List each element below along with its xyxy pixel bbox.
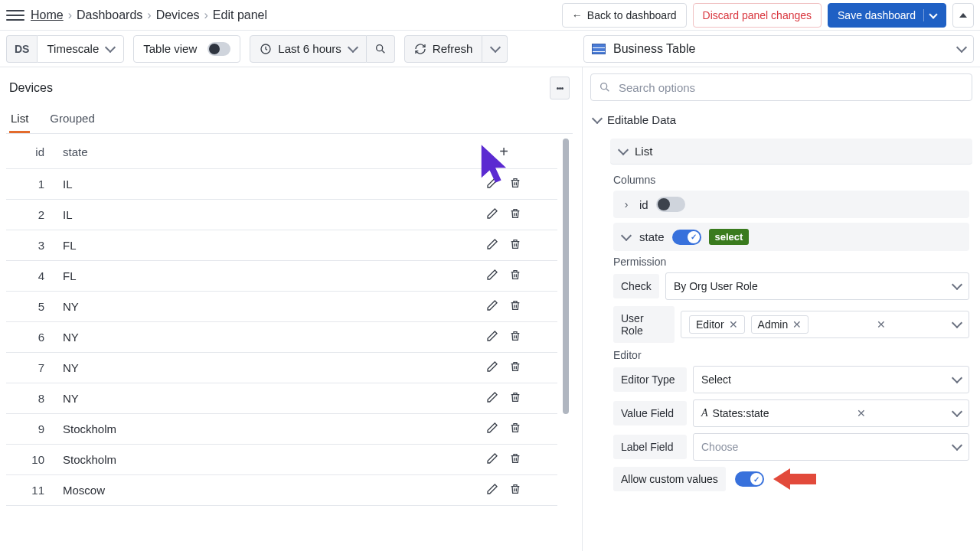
breadcrumb-home[interactable]: Home (31, 8, 64, 22)
tab-grouped[interactable]: Grouped (48, 106, 96, 133)
edit-row-button[interactable] (486, 483, 498, 495)
permission-check-row: Check By Org User Role (613, 272, 969, 300)
section-editable-data[interactable]: Editable Data (590, 107, 972, 132)
role-chip-admin[interactable]: Admin✕ (751, 315, 809, 334)
search-icon (599, 81, 611, 93)
cell-id: 11 (6, 475, 54, 506)
collapse-state-button[interactable] (621, 231, 632, 243)
collapse-panel-button[interactable] (952, 3, 974, 28)
chevron-down-icon (953, 318, 961, 331)
edit-row-button[interactable] (486, 238, 498, 250)
annotation-arrow-icon (773, 468, 816, 490)
delete-row-button[interactable] (509, 269, 521, 281)
delete-row-button[interactable] (509, 452, 521, 465)
role-chip-editor[interactable]: Editor✕ (689, 315, 745, 334)
edit-row-button[interactable] (486, 330, 498, 342)
table-row: 4FL (6, 261, 557, 292)
add-row-button[interactable]: + (499, 143, 508, 160)
editor-type-select[interactable]: Select (693, 366, 969, 393)
delete-row-button[interactable] (509, 238, 521, 250)
remove-role-admin[interactable]: ✕ (792, 318, 802, 331)
delete-row-button[interactable] (509, 483, 521, 495)
column-name-id: id (639, 198, 648, 211)
back-to-dashboard-button[interactable]: ← Back to dashboard (562, 3, 687, 28)
cell-actions (450, 292, 557, 322)
panel-menu-button[interactable] (550, 77, 570, 99)
clear-value-field[interactable]: ✕ (857, 407, 866, 419)
discard-changes-button[interactable]: Discard panel changes (693, 3, 822, 28)
check-select[interactable]: By Org User Role (665, 272, 969, 300)
refresh-group: Refresh (404, 35, 508, 63)
delete-row-button[interactable] (509, 391, 521, 403)
edit-row-button[interactable] (486, 391, 498, 403)
visualization-picker[interactable]: Business Table (583, 35, 974, 63)
breadcrumb-edit-panel: Edit panel (213, 8, 267, 22)
layout-list-label: List (635, 145, 652, 158)
user-role-select[interactable]: Editor✕ Admin✕ ✕ (681, 311, 969, 338)
tab-list[interactable]: List (9, 106, 30, 133)
edit-row-button[interactable] (486, 269, 498, 281)
editor-type-label: Editor Type (613, 367, 687, 392)
search-options[interactable] (590, 73, 972, 101)
refresh-interval-button[interactable] (482, 35, 508, 63)
label-field-select[interactable]: Choose (693, 433, 969, 461)
delete-row-button[interactable] (509, 207, 521, 220)
delete-row-button[interactable] (509, 422, 521, 434)
table-row: 1IL (6, 169, 557, 200)
datasource-picker[interactable]: DS Timescale (6, 35, 124, 63)
chevron-down-icon (492, 42, 499, 55)
col-header-state[interactable]: state (54, 135, 450, 169)
breadcrumb-dashboards[interactable]: Dashboards (77, 8, 142, 22)
column-id-toggle[interactable] (656, 197, 685, 212)
refresh-button[interactable]: Refresh (404, 35, 483, 63)
scroll-thumb[interactable] (563, 139, 569, 414)
search-options-input[interactable] (617, 80, 964, 95)
edit-row-button[interactable] (486, 452, 498, 465)
allow-custom-values-row: Allow custom values (613, 467, 969, 491)
columns-label: Columns (613, 174, 969, 186)
save-label: Save dashboard (838, 9, 916, 21)
time-range-picker[interactable]: Last 6 hours (250, 35, 395, 63)
breadcrumb-devices[interactable]: Devices (156, 8, 200, 22)
cell-state: NY (54, 292, 450, 322)
delete-row-button[interactable] (509, 177, 521, 189)
chevron-down-icon (593, 113, 601, 126)
edit-row-button[interactable] (486, 207, 498, 220)
chevron-down-icon[interactable] (923, 9, 936, 21)
refresh-icon (414, 43, 426, 55)
allow-custom-values-toggle[interactable] (735, 471, 764, 487)
edit-row-button[interactable] (486, 422, 498, 434)
table-row: 6NY (6, 322, 557, 353)
layout-list-header[interactable]: List (610, 139, 972, 165)
save-dashboard-button[interactable]: Save dashboard (828, 3, 946, 28)
menu-icon[interactable] (6, 6, 24, 24)
expand-id-button[interactable]: › (621, 198, 632, 210)
table-icon (592, 44, 606, 54)
table-view-toggle[interactable]: Table view (133, 35, 240, 63)
chevron-down-icon (958, 43, 965, 55)
ds-value[interactable]: Timescale (37, 35, 124, 63)
allow-custom-label: Allow custom values (613, 467, 726, 491)
column-state-toggle[interactable] (672, 230, 701, 245)
edit-row-button[interactable] (486, 177, 498, 189)
column-name-state: state (639, 230, 665, 243)
cell-state: IL (54, 200, 450, 230)
delete-row-button[interactable] (509, 299, 521, 311)
clear-roles-button[interactable]: ✕ (877, 318, 886, 331)
col-header-id[interactable]: id (6, 135, 54, 169)
zoom-out-button[interactable] (367, 35, 395, 63)
delete-row-button[interactable] (509, 330, 521, 342)
table-row: 11Moscow (6, 475, 557, 506)
delete-row-button[interactable] (509, 360, 521, 373)
edit-row-button[interactable] (486, 360, 498, 373)
value-field-select[interactable]: A States:state ✕ (693, 399, 969, 427)
scrollbar[interactable] (560, 137, 571, 458)
panel-title: Devices (9, 81, 53, 95)
panel-toolbar: DS Timescale Table view Last 6 hours Ref… (0, 31, 980, 67)
user-role-label: User Role (613, 306, 675, 343)
column-row-state: state select (613, 223, 969, 251)
remove-role-editor[interactable]: ✕ (729, 318, 738, 331)
edit-row-button[interactable] (486, 299, 498, 311)
arrow-left-icon: ← (572, 9, 583, 21)
value-field-row: Value Field A States:state ✕ (613, 399, 969, 427)
